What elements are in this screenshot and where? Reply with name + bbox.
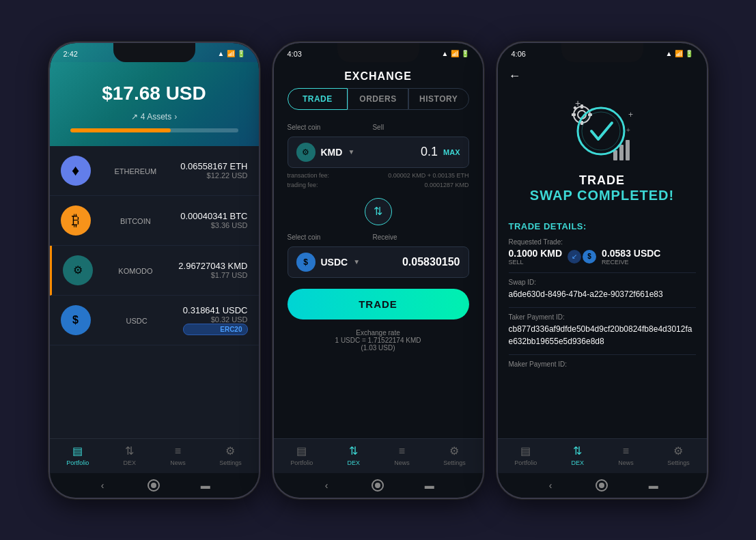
settings-icon: ⚙ <box>447 444 461 458</box>
coin-amount: 0.318641 USDC <box>183 305 248 315</box>
phone-notch <box>337 43 419 62</box>
tab-orders[interactable]: ORDERS <box>348 88 408 110</box>
list-item[interactable]: $ USDC 0.318641 USDC $0.32 USD ERC20 <box>50 296 259 345</box>
nav-item-settings[interactable]: ⚙ Settings <box>219 444 242 466</box>
exchange-body: Select coin Sell ⚙ KMD ▼ 0.1 MAX transac… <box>274 118 483 438</box>
kmd-icon: ⚙ <box>63 255 93 285</box>
sell-amount-box: 0.1000 KMD Sell <box>509 248 563 266</box>
list-item[interactable]: ♦ ETHEREUM 0.06558167 ETH $12.22 USD <box>50 146 259 196</box>
trade-details-content: ← <box>498 62 707 438</box>
nav-label: Settings <box>443 459 466 466</box>
separator <box>509 272 696 273</box>
progress-bar <box>70 128 238 132</box>
status-icons: ▲ 📶 🔋 <box>666 50 693 57</box>
android-nav: ‹ ▬ <box>274 473 483 498</box>
recents-button[interactable]: ▬ <box>199 479 212 492</box>
nav-item-portfolio[interactable]: ▤ Portfolio <box>66 444 89 466</box>
coin-balance: 2.96727043 KMD $1.77 USD <box>178 261 247 279</box>
settings-icon: ⚙ <box>671 444 685 458</box>
trade-button[interactable]: TRADE <box>288 289 469 319</box>
nav-item-news[interactable]: ≡ News <box>170 444 186 466</box>
sell-value[interactable]: 0.1 <box>421 145 438 159</box>
recents-button[interactable]: ▬ <box>423 479 436 492</box>
taker-payment-label: Taker Payment ID: <box>509 313 696 321</box>
portfolio-icon: ▤ <box>295 444 309 458</box>
home-button[interactable] <box>371 479 384 492</box>
nav-label: Portfolio <box>514 459 537 466</box>
home-button[interactable] <box>595 479 608 492</box>
bottom-nav: ▤ Portfolio ⇅ DEX ≡ News ⚙ Settings <box>50 438 259 473</box>
wifi-icon: 📶 <box>451 50 459 57</box>
swap-arrows: ↙ $ <box>568 250 596 264</box>
sell-side-label: Sell <box>509 259 563 266</box>
nav-item-dex[interactable]: ⇅ DEX <box>123 444 137 466</box>
back-button[interactable]: ‹ <box>320 479 333 492</box>
phone-portfolio: 2:42 ▲ 📶 🔋 $17.68 USD ↗ 4 Assets › ♦ <box>48 42 260 499</box>
wifi-icon: 📶 <box>227 50 235 57</box>
maker-payment-label: Maker Payment ID: <box>509 360 696 368</box>
separator <box>509 354 696 355</box>
nav-item-portfolio[interactable]: ▤ Portfolio <box>514 444 537 466</box>
requested-trade-row: Requested Trade: 0.1000 KMD Sell ↙ $ 0.0… <box>509 238 696 266</box>
select-coin-label: Select coin <box>288 124 321 131</box>
nav-item-settings[interactable]: ⚙ Settings <box>443 444 466 466</box>
swap-completed-label: SWAP COMPLETED! <box>530 188 674 203</box>
kmd-selector[interactable]: ⚙ KMD ▼ 0.1 MAX <box>288 137 469 168</box>
nav-item-portfolio[interactable]: ▤ Portfolio <box>290 444 313 466</box>
progress-fill <box>70 128 171 132</box>
svg-rect-2 <box>580 104 583 109</box>
usdc-selector[interactable]: $ USDC ▼ 0.05830150 <box>288 246 469 278</box>
list-item[interactable]: ₿ BITCOIN 0.00040341 BTC $3.36 USD <box>50 196 259 246</box>
phone-trade-details: 4:06 ▲ 📶 🔋 ← <box>496 42 708 499</box>
nav-item-news[interactable]: ≡ News <box>618 444 634 466</box>
status-time: 2:42 <box>64 50 78 58</box>
tab-bar: TRADE ORDERS HISTORY <box>274 88 483 118</box>
swap-direction-button[interactable]: ⇅ <box>365 198 392 225</box>
recents-button[interactable]: ▬ <box>647 479 660 492</box>
home-button[interactable] <box>147 479 160 492</box>
coin-name: BITCOIN <box>120 217 151 225</box>
battery-icon: 🔋 <box>237 50 245 57</box>
news-icon: ≡ <box>171 444 184 458</box>
svg-rect-7 <box>613 150 617 160</box>
coin-info: BITCOIN <box>99 216 173 225</box>
tab-trade[interactable]: TRADE <box>288 88 348 110</box>
usdc-selector-name: USDC <box>321 257 348 268</box>
battery-icon: 🔋 <box>685 50 693 57</box>
coin-balance: 0.00040341 BTC $3.36 USD <box>180 211 247 229</box>
status-icons: ▲ 📶 🔋 <box>218 50 245 57</box>
assets-link[interactable]: ↗ 4 Assets › <box>131 112 177 122</box>
swap-id-value: a6de630d-8496-47b4-a22e-90372f661e83 <box>509 288 696 300</box>
android-nav: ‹ ▬ <box>50 473 259 498</box>
receive-coin-icon: $ <box>583 250 596 264</box>
back-button[interactable]: ‹ <box>544 479 557 492</box>
svg-rect-9 <box>626 140 630 160</box>
sell-amount: 0.1000 KMD <box>509 248 563 259</box>
svg-point-11 <box>582 112 620 150</box>
trade-details-section: TRADE DETAILS: Requested Trade: 0.1000 K… <box>498 214 707 438</box>
success-area: + + + TRADE SWAP COMPLETED! <box>498 90 707 214</box>
coin-list: ♦ ETHEREUM 0.06558167 ETH $12.22 USD ₿ B… <box>50 146 259 438</box>
nav-item-settings[interactable]: ⚙ Settings <box>667 444 690 466</box>
svg-point-10 <box>578 108 624 154</box>
nav-item-dex[interactable]: ⇅ DEX <box>571 444 585 466</box>
exchange-title: EXCHANGE <box>274 62 483 88</box>
swap-center: ⇅ <box>288 195 469 228</box>
nav-item-dex[interactable]: ⇅ DEX <box>347 444 361 466</box>
nav-item-news[interactable]: ≡ News <box>394 444 410 466</box>
taker-payment-value: cb877d336af9dfde50b4d9cf20b0824fb8e4d301… <box>509 323 696 347</box>
phone-screen: 4:06 ▲ 📶 🔋 ← <box>498 43 707 498</box>
coin-usd: $1.77 USD <box>178 271 247 279</box>
btc-icon: ₿ <box>61 205 91 236</box>
list-item[interactable]: ⚙ KOMODO 2.96727043 KMD $1.77 USD <box>50 246 259 296</box>
nav-label: News <box>170 459 186 466</box>
sell-section: Select coin Sell ⚙ KMD ▼ 0.1 MAX transac… <box>288 124 469 190</box>
max-button[interactable]: MAX <box>443 148 460 156</box>
trading-fee: trading fee: 0.0001287 KMD <box>288 180 469 190</box>
back-button[interactable]: ‹ <box>96 479 109 492</box>
tab-history[interactable]: HISTORY <box>408 88 469 110</box>
svg-rect-4 <box>572 113 576 116</box>
separator <box>509 307 696 308</box>
back-button[interactable]: ← <box>509 69 521 83</box>
coin-name: KOMODO <box>118 267 152 275</box>
